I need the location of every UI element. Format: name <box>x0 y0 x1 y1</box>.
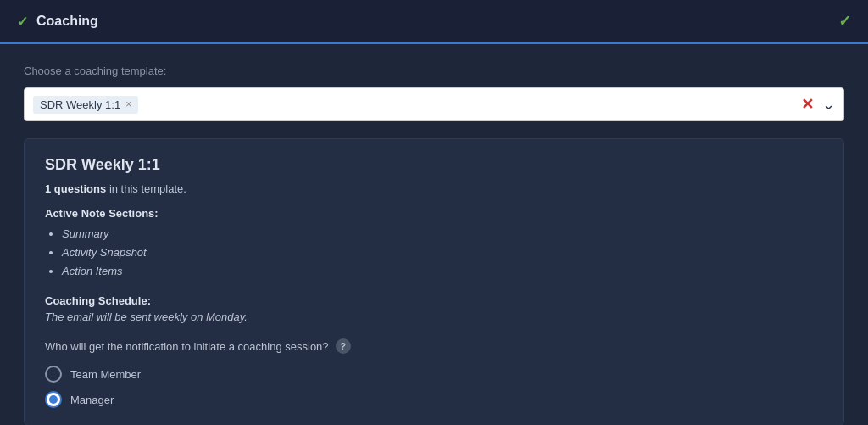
list-item: Activity Snapshot <box>62 243 823 262</box>
radio-option-manager[interactable]: Manager <box>45 391 823 408</box>
list-item: Action Items <box>62 262 823 281</box>
questions-suffix: in this template. <box>109 182 186 195</box>
radio-option-team-member[interactable]: Team Member <box>45 366 823 383</box>
dropdown-actions: ✕ ⌄ <box>801 95 835 114</box>
template-dropdown[interactable]: SDR Weekly 1:1 × ✕ ⌄ <box>24 87 844 121</box>
notification-question: Who will get the notification to initiat… <box>45 338 823 354</box>
radio-circle-manager <box>45 391 62 408</box>
header-title: Coaching <box>36 14 98 29</box>
questions-count: 1 questions <box>45 182 106 195</box>
template-info-card: SDR Weekly 1:1 1 questions in this templ… <box>24 138 844 425</box>
radio-circle-team-member <box>45 366 62 383</box>
schedule-heading: Coaching Schedule: <box>45 294 823 307</box>
sections-heading: Active Note Sections: <box>45 207 823 220</box>
tag-label: SDR Weekly 1:1 <box>40 98 120 111</box>
help-icon[interactable]: ? <box>336 338 351 354</box>
header-bar: ✓ Coaching ✓ <box>0 0 868 44</box>
header-left: ✓ Coaching <box>17 14 98 30</box>
chevron-down-icon: ✓ <box>17 14 28 30</box>
selected-tag: SDR Weekly 1:1 × <box>33 96 138 114</box>
coaching-panel: ✓ Coaching ✓ Choose a coaching template:… <box>0 0 868 425</box>
template-label: Choose a coaching template: <box>24 64 844 77</box>
radio-label-team-member: Team Member <box>70 368 141 381</box>
content-area: Choose a coaching template: SDR Weekly 1… <box>0 44 868 425</box>
check-icon: ✓ <box>838 12 851 31</box>
radio-label-manager: Manager <box>70 394 114 406</box>
sections-list: Summary Activity Snapshot Action Items <box>45 225 823 281</box>
card-title: SDR Weekly 1:1 <box>45 156 823 174</box>
notification-question-text: Who will get the notification to initiat… <box>45 340 329 353</box>
radio-options: Team Member Manager <box>45 366 823 408</box>
clear-icon[interactable]: ✕ <box>801 95 814 114</box>
list-item: Summary <box>62 225 823 243</box>
questions-line: 1 questions in this template. <box>45 182 823 195</box>
chevron-down-icon[interactable]: ⌄ <box>822 95 835 114</box>
schedule-text: The email will be sent weekly on Monday. <box>45 310 823 323</box>
tag-close-icon[interactable]: × <box>125 99 131 109</box>
